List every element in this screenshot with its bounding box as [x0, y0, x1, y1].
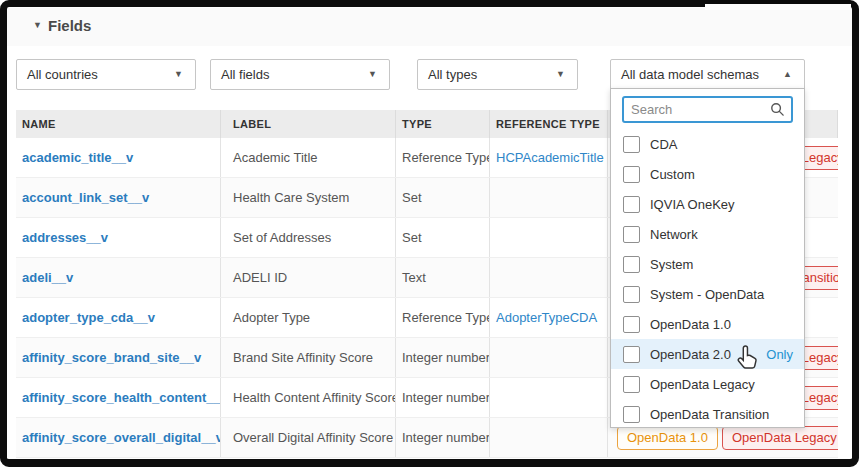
checkbox[interactable] — [623, 376, 640, 393]
field-name-link[interactable]: affinity_score_overall_digital__v — [22, 430, 221, 445]
field-label: ADELI ID — [221, 258, 396, 297]
option-label: OpenData Legacy — [650, 377, 755, 392]
field-type: Reference Type — [396, 298, 490, 337]
schema-option-custom[interactable]: Custom — [611, 159, 804, 189]
countries-filter-select[interactable]: All countries ▼ — [16, 59, 196, 90]
field-name-link[interactable]: addresses__v — [22, 230, 108, 245]
field-label: Overall Digital Affinity Score — [221, 418, 396, 457]
option-label: CDA — [650, 137, 677, 152]
schema-option-opendata-transition[interactable]: OpenData Transition — [611, 399, 804, 429]
option-label: System - OpenData — [650, 287, 764, 302]
field-label: Adopter Type — [221, 298, 396, 337]
countries-filter-label: All countries — [27, 67, 98, 82]
schema-search-box — [622, 96, 793, 123]
schema-badge: OpenData 1.0 — [617, 426, 718, 450]
fields-filter-select[interactable]: All fields ▼ — [210, 59, 390, 90]
option-label: IQVIA OneKey — [650, 197, 735, 212]
schemas-filter-select[interactable]: All data model schemas ▲ — [610, 59, 805, 90]
chevron-up-icon: ▲ — [783, 69, 792, 79]
column-header-type[interactable]: TYPE — [396, 110, 490, 138]
checkbox[interactable] — [623, 286, 640, 303]
field-type: Integer number — [396, 418, 490, 457]
schema-option-opendata-1-0[interactable]: OpenData 1.0 — [611, 309, 804, 339]
field-name-link[interactable]: affinity_score_health_content__v — [22, 390, 221, 405]
field-name-link[interactable]: adeli__v — [22, 270, 73, 285]
chevron-down-icon: ▼ — [368, 69, 377, 79]
schema-search-input[interactable] — [624, 102, 770, 117]
schemas-dropdown-panel: CDA Custom IQVIA OneKey Network System S… — [610, 88, 805, 428]
schema-badge: OpenData Legacy — [722, 426, 838, 450]
chevron-down-icon: ▼ — [174, 69, 183, 79]
types-filter-label: All types — [428, 67, 477, 82]
window-border-notch — [705, 2, 851, 10]
checkbox[interactable] — [623, 316, 640, 333]
field-name-link[interactable]: account_link_set__v — [22, 190, 149, 205]
field-name-link[interactable]: adopter_type_cda__v — [22, 310, 155, 325]
page-title: Fields — [48, 17, 91, 34]
field-label: Academic Title — [221, 138, 396, 177]
field-type: Integer number — [396, 338, 490, 377]
field-label: Brand Site Affinity Score — [221, 338, 396, 377]
checkbox[interactable] — [623, 166, 640, 183]
checkbox[interactable] — [623, 226, 640, 243]
option-label: OpenData 1.0 — [650, 317, 731, 332]
schema-option-iqvia-onekey[interactable]: IQVIA OneKey — [611, 189, 804, 219]
field-type: Set — [396, 178, 490, 217]
schemas-filter-label: All data model schemas — [621, 67, 759, 82]
section-header: ▼ Fields — [7, 8, 852, 46]
option-label: Network — [650, 227, 698, 242]
schema-options-list: CDA Custom IQVIA OneKey Network System S… — [611, 129, 804, 429]
collapse-triangle-icon[interactable]: ▼ — [33, 20, 42, 30]
column-header-label[interactable]: LABEL — [221, 110, 396, 138]
checkbox[interactable] — [623, 346, 640, 363]
fields-panel: ▼ Fields All countries ▼ All fields ▼ Al… — [7, 8, 852, 459]
chevron-down-icon: ▼ — [556, 69, 565, 79]
schema-option-cda[interactable]: CDA — [611, 129, 804, 159]
field-label: Set of Addresses — [221, 218, 396, 257]
checkbox[interactable] — [623, 196, 640, 213]
schema-option-network[interactable]: Network — [611, 219, 804, 249]
schema-option-opendata-legacy[interactable]: OpenData Legacy — [611, 369, 804, 399]
option-label: OpenData Transition — [650, 407, 769, 422]
checkbox[interactable] — [623, 256, 640, 273]
types-filter-select[interactable]: All types ▼ — [417, 59, 578, 90]
checkbox[interactable] — [623, 136, 640, 153]
reference-type-link[interactable]: AdopterTypeCDA — [496, 310, 597, 325]
field-name-link[interactable]: academic_title__v — [22, 150, 133, 165]
option-label: System — [650, 257, 693, 272]
schema-option-system[interactable]: System — [611, 249, 804, 279]
field-type: Text — [396, 258, 490, 297]
fields-filter-label: All fields — [221, 67, 269, 82]
column-header-name[interactable]: NAME — [16, 110, 221, 138]
field-label: Health Content Affinity Score — [221, 378, 396, 417]
schema-option-system-opendata[interactable]: System - OpenData — [611, 279, 804, 309]
screenshot-window: ▼ Fields All countries ▼ All fields ▼ Al… — [0, 0, 859, 467]
field-name-link[interactable]: affinity_score_brand_site__v — [22, 350, 201, 365]
field-type: Reference Type — [396, 138, 490, 177]
checkbox[interactable] — [623, 406, 640, 423]
schema-option-opendata-2-0[interactable]: OpenData 2.0 Only — [611, 339, 804, 369]
search-icon — [770, 102, 785, 117]
reference-type-link[interactable]: HCPAcademicTitle — [496, 150, 604, 165]
field-label: Health Care System — [221, 178, 396, 217]
option-label: Custom — [650, 167, 695, 182]
column-header-reference-type[interactable]: REFERENCE TYPE — [490, 110, 608, 138]
option-label: OpenData 2.0 — [650, 347, 731, 362]
field-type: Integer number — [396, 378, 490, 417]
only-link[interactable]: Only — [766, 347, 793, 362]
field-type: Set — [396, 218, 490, 257]
